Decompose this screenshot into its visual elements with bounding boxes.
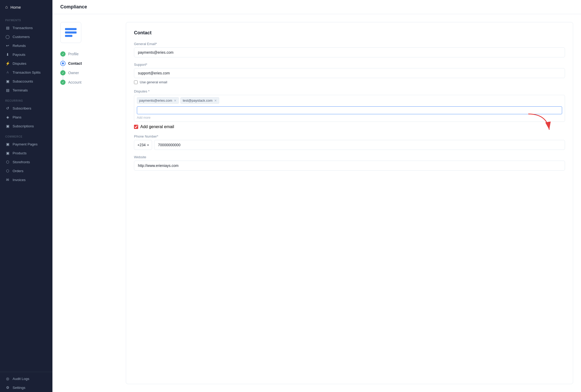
- sidebar-item-transaction-splits[interactable]: ⑃ Transaction Splits: [0, 68, 52, 77]
- support-input[interactable]: [134, 68, 565, 78]
- sidebar-item-orders[interactable]: ⬡ Orders: [0, 166, 52, 175]
- step-contact-circle: [60, 61, 66, 66]
- customers-icon: ◯: [5, 35, 10, 39]
- sidebar-item-label: Subscribers: [13, 106, 31, 110]
- phone-dropdown-icon: ▾: [147, 144, 149, 146]
- phone-number-input[interactable]: [154, 140, 565, 150]
- recurring-section-label: RECURRING: [0, 95, 52, 104]
- sidebar-item-label: Settings: [13, 386, 25, 390]
- subscribers-icon: ↺: [5, 106, 10, 110]
- phone-group: Phone Number* +234 ▾: [134, 134, 565, 150]
- sidebar-item-label: Orders: [13, 169, 23, 173]
- website-label: Website: [134, 155, 565, 159]
- payment-pages-icon: ▣: [5, 142, 10, 146]
- payments-section-label: PAYMENTS: [0, 14, 52, 23]
- page-header: Compliance: [52, 0, 581, 14]
- sidebar-item-label: Terminals: [13, 88, 28, 92]
- step-account-label: Account: [68, 80, 82, 84]
- sidebar-item-settings[interactable]: ⚙ Settings: [0, 383, 52, 392]
- sidebar-item-audit-logs[interactable]: ◎ Audit Logs: [0, 374, 52, 383]
- sidebar-item-label: Products: [13, 151, 26, 155]
- step-owner[interactable]: ✓ Owner: [60, 68, 118, 78]
- website-group: Website: [134, 155, 565, 171]
- add-general-email-checkbox[interactable]: [134, 125, 138, 129]
- steps-panel: ✓ Profile Contact ✓ Owner ✓ Account: [60, 22, 118, 384]
- disputes-label: Disputes *: [134, 89, 565, 93]
- form-title: Contact: [134, 30, 565, 36]
- sidebar-item-label: Audit Logs: [13, 377, 29, 381]
- support-label: Support*: [134, 63, 565, 67]
- step-profile-label: Profile: [68, 52, 79, 56]
- sidebar-item-disputes[interactable]: ⚡ Disputes: [0, 59, 52, 68]
- phone-country-select[interactable]: +234 ▾: [134, 140, 152, 150]
- sidebar-item-label: Plans: [13, 115, 21, 119]
- general-email-label: General Email*: [134, 42, 565, 46]
- sidebar-item-label: Customers: [13, 35, 30, 39]
- storefronts-icon: ⬡: [5, 160, 10, 164]
- products-icon: ▣: [5, 151, 10, 155]
- refunds-icon: ↩: [5, 43, 10, 48]
- sidebar-item-terminals[interactable]: ▤ Terminals: [0, 86, 52, 95]
- sidebar-item-storefronts[interactable]: ⬡ Storefronts: [0, 157, 52, 166]
- home-label: Home: [10, 5, 21, 9]
- sidebar-item-label: Subaccounts: [13, 79, 33, 83]
- sidebar-item-label: Payouts: [13, 53, 25, 57]
- subaccounts-icon: ▣: [5, 79, 10, 83]
- sidebar-item-label: Storefronts: [13, 160, 30, 164]
- sidebar-item-label: Payment Pages: [13, 142, 37, 146]
- sidebar-item-subscriptions[interactable]: ▣ Subscriptions: [0, 122, 52, 130]
- payouts-icon: ⬇: [5, 52, 10, 57]
- general-email-group: General Email*: [134, 42, 565, 57]
- home-nav[interactable]: ⌂ Home: [0, 0, 52, 14]
- use-general-email-row: Use general email: [134, 80, 565, 84]
- use-general-email-checkbox[interactable]: [134, 80, 138, 84]
- main-body: ✓ Profile Contact ✓ Owner ✓ Account Cont…: [52, 14, 581, 392]
- step-profile[interactable]: ✓ Profile: [60, 49, 118, 59]
- step-account-circle: ✓: [60, 80, 66, 85]
- sidebar-item-invoices[interactable]: ✉ Invoices: [0, 175, 52, 184]
- sidebar-item-refunds[interactable]: ↩ Refunds: [0, 41, 52, 50]
- sidebar-item-subaccounts[interactable]: ▣ Subaccounts: [0, 77, 52, 86]
- sidebar-item-label: Refunds: [13, 44, 26, 48]
- tag-1-remove[interactable]: ✕: [214, 99, 217, 102]
- website-input[interactable]: [134, 161, 565, 171]
- sidebar-item-products[interactable]: ▣ Products: [0, 149, 52, 157]
- sidebar-item-customers[interactable]: ◯ Customers: [0, 32, 52, 41]
- phone-country-code: +234: [137, 143, 146, 147]
- add-general-email-label: Add general email: [140, 124, 174, 129]
- disputes-new-email-input[interactable]: [137, 106, 562, 114]
- disputes-tags-container: payments@eries.com ✕ test@paystack.com ✕…: [134, 95, 565, 122]
- orders-icon: ⬡: [5, 169, 10, 173]
- sidebar: ⌂ Home PAYMENTS ▤ Transactions ◯ Custome…: [0, 0, 52, 392]
- logo-bar-2: [65, 31, 77, 34]
- disputes-icon: ⚡: [5, 61, 10, 66]
- general-email-input[interactable]: [134, 47, 565, 57]
- home-icon: ⌂: [5, 5, 8, 9]
- step-contact-label: Contact: [68, 61, 82, 66]
- sidebar-item-plans[interactable]: ◈ Plans: [0, 113, 52, 122]
- sidebar-item-label: Transaction Splits: [13, 70, 41, 74]
- step-account[interactable]: ✓ Account: [60, 78, 118, 87]
- phone-label: Phone Number*: [134, 134, 565, 138]
- settings-icon: ⚙: [5, 385, 10, 390]
- add-more-hint: Add more: [137, 116, 562, 119]
- sidebar-item-subscribers[interactable]: ↺ Subscribers: [0, 104, 52, 113]
- invoices-icon: ✉: [5, 178, 10, 182]
- plans-icon: ◈: [5, 115, 10, 119]
- tag-0-text: payments@eries.com: [139, 99, 172, 102]
- commerce-section-label: COMMERCE: [0, 130, 52, 140]
- step-owner-circle: ✓: [60, 70, 66, 75]
- page-title: Compliance: [60, 4, 573, 10]
- sidebar-item-label: Disputes: [13, 62, 26, 66]
- tag-0-remove[interactable]: ✕: [174, 99, 176, 102]
- transactions-icon: ▤: [5, 26, 10, 30]
- step-contact[interactable]: Contact: [60, 59, 118, 68]
- phone-row: +234 ▾: [134, 140, 565, 150]
- add-general-email-row: Add general email: [134, 124, 565, 129]
- subscriptions-icon: ▣: [5, 124, 10, 128]
- step-owner-label: Owner: [68, 71, 79, 75]
- terminals-icon: ▤: [5, 88, 10, 92]
- sidebar-item-payouts[interactable]: ⬇ Payouts: [0, 50, 52, 59]
- sidebar-item-payment-pages[interactable]: ▣ Payment Pages: [0, 140, 52, 149]
- sidebar-item-transactions[interactable]: ▤ Transactions: [0, 23, 52, 32]
